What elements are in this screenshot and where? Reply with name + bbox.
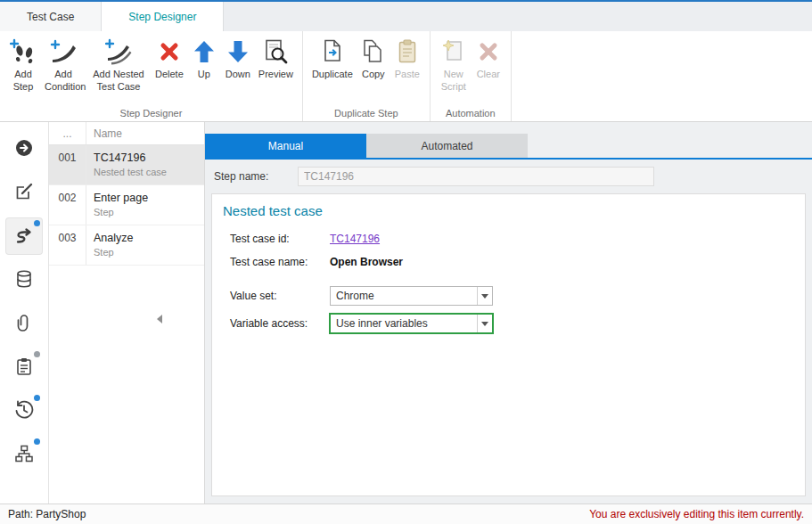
variable-access-dropdown[interactable]: Use inner variables <box>330 314 493 333</box>
preview-label: Preview <box>258 69 293 81</box>
sidebar-item-attachments[interactable] <box>6 306 42 341</box>
tab-manual[interactable]: Manual <box>205 134 366 158</box>
column-header-menu[interactable]: ... <box>49 122 86 144</box>
hierarchy-icon <box>14 444 34 466</box>
down-button[interactable]: Down <box>221 37 255 83</box>
dropdown-button[interactable] <box>477 315 492 332</box>
history-icon <box>14 400 34 422</box>
step-type: Step <box>94 207 148 217</box>
status-bar: Path: PartyShop You are exclusively edit… <box>0 504 812 524</box>
step-number: 001 <box>49 145 86 184</box>
sidebar-item-history[interactable] <box>6 393 42 429</box>
database-icon <box>14 269 34 291</box>
attachment-icon <box>14 313 34 335</box>
nested-test-case-panel: Nested test case Test case id: TC147196 … <box>211 193 806 496</box>
notification-dot <box>34 395 40 401</box>
status-message: You are exclusively editing this item cu… <box>589 508 804 520</box>
tab-automated[interactable]: Automated <box>366 134 528 158</box>
ribbon-group-label-step-designer: Step Designer <box>0 108 302 119</box>
down-arrow-icon <box>225 38 251 65</box>
paste-icon <box>394 38 421 65</box>
delete-icon <box>156 38 183 65</box>
sidebar-item-test-data[interactable] <box>6 262 42 298</box>
steps-icon <box>14 225 34 248</box>
preview-button[interactable]: Preview <box>255 37 297 83</box>
add-step-label: Add Step <box>9 69 37 94</box>
add-nested-test-case-button[interactable]: Add Nested Test Case <box>86 37 152 95</box>
step-list-panel: ... Name 001 TC147196 Nested test case 0… <box>49 122 205 504</box>
add-condition-label: Add Condition <box>45 69 82 94</box>
value-set-selected: Chrome <box>336 290 374 302</box>
field-variable-access: Variable access: Use inner variables <box>223 314 794 333</box>
new-script-icon <box>440 38 467 65</box>
step-name-label: Step name: <box>214 170 291 183</box>
new-script-button[interactable]: New Script <box>436 37 472 95</box>
step-name: Analyze <box>94 232 133 244</box>
status-path: Path: PartyShop <box>8 508 86 520</box>
step-row-001[interactable]: 001 TC147196 Nested test case <box>49 145 204 185</box>
sidebar-item-steps[interactable] <box>6 218 42 254</box>
sidebar-item-hierarchy[interactable] <box>6 437 42 472</box>
edit-icon <box>14 182 34 204</box>
left-sidebar <box>0 122 49 504</box>
field-test-case-name: Test case name: Open Browser <box>223 256 794 268</box>
notification-dot <box>34 438 40 445</box>
copy-button[interactable]: Copy <box>357 37 390 83</box>
dropdown-button[interactable] <box>477 287 492 305</box>
value-set-dropdown[interactable]: Chrome <box>330 286 493 306</box>
up-arrow-icon <box>191 38 217 65</box>
duplicate-label: Duplicate <box>312 69 353 81</box>
copy-icon <box>360 38 387 65</box>
test-case-name-label: Test case name: <box>230 256 330 268</box>
add-step-icon <box>10 38 37 65</box>
paste-label: Paste <box>395 69 420 81</box>
add-condition-button[interactable]: Add Condition <box>41 37 86 95</box>
variable-access-selected: Use inner variables <box>336 317 428 330</box>
test-case-id-link[interactable]: TC147196 <box>330 233 380 245</box>
delete-label: Delete <box>155 69 184 81</box>
clear-button[interactable]: Clear <box>472 37 505 83</box>
step-name: TC147196 <box>94 151 167 164</box>
clear-label: Clear <box>477 69 500 81</box>
chevron-down-icon <box>481 322 488 326</box>
column-header-name[interactable]: Name <box>86 122 122 144</box>
step-name: Enter page <box>94 192 148 204</box>
collapse-panel-handle[interactable] <box>157 315 162 323</box>
paste-button[interactable]: Paste <box>390 37 424 83</box>
checklist-icon <box>14 356 34 379</box>
section-title: Nested test case <box>223 203 794 218</box>
test-case-id-label: Test case id: <box>230 233 330 245</box>
step-list-header: ... Name <box>49 122 204 145</box>
chevron-down-icon <box>481 294 488 299</box>
duplicate-button[interactable]: Duplicate <box>308 37 357 83</box>
delete-button[interactable]: Delete <box>152 37 187 83</box>
step-type: Step <box>94 247 133 258</box>
tab-step-designer[interactable]: Step Designer <box>102 2 224 31</box>
copy-label: Copy <box>362 69 385 81</box>
add-nested-test-case-icon <box>105 38 132 65</box>
field-test-case-id: Test case id: TC147196 <box>223 233 794 245</box>
execute-icon <box>14 138 34 160</box>
test-case-name-value: Open Browser <box>330 256 403 268</box>
sidebar-item-edit[interactable] <box>6 175 42 210</box>
ribbon-group-duplicate-step: Duplicate Copy <box>303 31 431 121</box>
add-nested-test-case-label: Add Nested Test Case <box>89 69 148 94</box>
step-number: 002 <box>49 185 86 225</box>
tab-test-case[interactable]: Test Case <box>0 2 102 31</box>
step-row-002[interactable]: 002 Enter page Step <box>49 185 204 225</box>
step-name-input[interactable] <box>298 167 654 186</box>
add-step-button[interactable]: Add Step <box>5 37 41 95</box>
up-label: Up <box>198 69 210 81</box>
main-area: ... Name 001 TC147196 Nested test case 0… <box>0 122 812 504</box>
ribbon-group-label-automation: Automation <box>431 108 511 119</box>
sidebar-item-execute[interactable] <box>6 131 42 167</box>
up-button[interactable]: Up <box>187 37 221 83</box>
app-window: Test Case Step Designer Add Step <box>0 0 812 524</box>
new-script-label: New Script <box>439 69 468 94</box>
sidebar-item-checklist[interactable] <box>6 349 42 385</box>
variable-access-label: Variable access: <box>230 317 330 330</box>
step-row-003[interactable]: 003 Analyze Step <box>49 225 204 266</box>
add-condition-icon <box>50 38 77 65</box>
duplicate-icon <box>319 38 346 65</box>
detail-panel: Manual Automated Step name: Nested test … <box>205 122 812 504</box>
